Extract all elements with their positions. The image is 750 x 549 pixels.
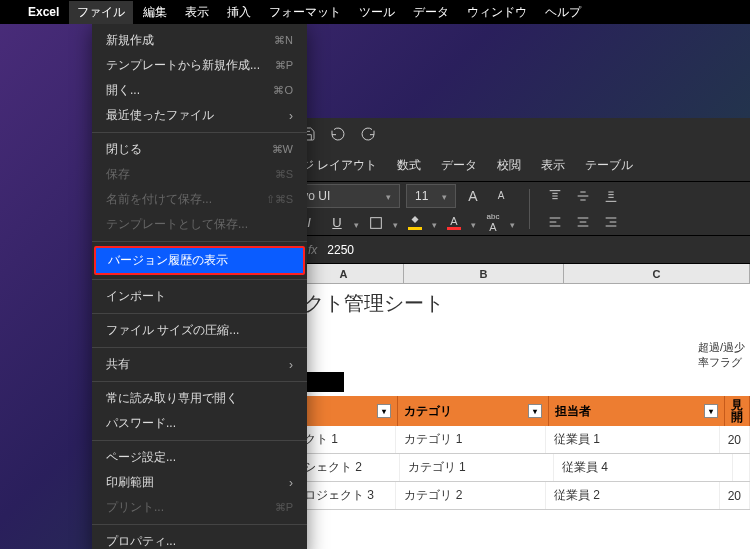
ribbon: Meiryo UI 11 B I U A abcA: [258, 182, 750, 236]
menu-item[interactable]: 最近使ったファイル›: [92, 103, 307, 128]
menu-window[interactable]: ウィンドウ: [467, 4, 527, 21]
align-middle-icon[interactable]: [572, 185, 594, 207]
sheet-body[interactable]: ェクト管理シート 超過/過少率フラグ 25% ▾ カテゴリ▾ 担当者▾ 見 開 …: [258, 284, 750, 549]
tab-table[interactable]: テーブル: [585, 151, 633, 180]
border-dropdown[interactable]: [393, 214, 398, 232]
th-category[interactable]: カテゴリ▾: [398, 396, 549, 426]
menu-item[interactable]: 共有›: [92, 352, 307, 377]
undo-icon[interactable]: [330, 126, 346, 142]
tab-review[interactable]: 校閲: [497, 151, 521, 180]
font-color-dropdown[interactable]: [471, 214, 476, 232]
menu-format[interactable]: フォーマット: [269, 4, 341, 21]
underline-button[interactable]: U: [326, 212, 348, 234]
underline-dropdown[interactable]: [354, 214, 359, 232]
app-name[interactable]: Excel: [28, 5, 59, 19]
fill-color-button[interactable]: [404, 212, 426, 234]
filter-icon[interactable]: ▾: [528, 404, 542, 418]
cell[interactable]: 20: [720, 482, 750, 509]
menu-data[interactable]: データ: [413, 4, 449, 21]
menu-insert[interactable]: 挿入: [227, 4, 251, 21]
menu-tools[interactable]: ツール: [359, 4, 395, 21]
menu-item: 保存⌘S: [92, 162, 307, 187]
cell[interactable]: 従業員 1: [546, 426, 720, 453]
table-row[interactable]: プロジェクト 3カテゴリ 2従業員 220: [284, 482, 750, 510]
formula-bar: ✕ ✓ fx 2250: [258, 236, 750, 264]
table-row[interactable]: ロシェクト 2カテゴリ 1従業員 4: [284, 454, 750, 482]
menu-item[interactable]: 開く...⌘O: [92, 78, 307, 103]
cell[interactable]: 従業員 4: [554, 454, 733, 481]
fill-color-dropdown[interactable]: [432, 214, 437, 232]
th-assignee[interactable]: 担当者▾: [549, 396, 725, 426]
border-button[interactable]: [365, 212, 387, 234]
menu-item[interactable]: バージョン履歴の表示: [94, 246, 305, 275]
fx-label[interactable]: fx: [308, 243, 317, 257]
menu-item[interactable]: プロパティ...: [92, 529, 307, 549]
table-row[interactable]: ェクト 1カテゴリ 1従業員 120: [284, 426, 750, 454]
spreadsheet: A B C ェクト管理シート 超過/過少率フラグ 25% ▾ カテゴリ▾ 担当者…: [258, 264, 750, 549]
increase-font-icon[interactable]: [462, 185, 484, 207]
menu-item[interactable]: 新規作成⌘N: [92, 28, 307, 53]
quick-access-toolbar: [258, 118, 750, 150]
col-header-c[interactable]: C: [564, 264, 750, 283]
menu-edit[interactable]: 編集: [143, 4, 167, 21]
menu-item[interactable]: ファイル サイズの圧縮...: [92, 318, 307, 343]
decrease-font-icon[interactable]: [490, 185, 512, 207]
align-top-icon[interactable]: [544, 185, 566, 207]
phonetic-button[interactable]: abcA: [482, 212, 504, 234]
menu-item: プリント...⌘P: [92, 495, 307, 520]
menu-item[interactable]: パスワード...: [92, 411, 307, 436]
menu-file[interactable]: ファイル: [69, 1, 133, 24]
macos-menubar: Excel ファイル 編集 表示 挿入 フォーマット ツール データ ウィンドウ…: [0, 0, 750, 24]
font-color-button[interactable]: A: [443, 212, 465, 234]
cell[interactable]: カテゴリ 2: [396, 482, 546, 509]
tab-data[interactable]: データ: [441, 151, 477, 180]
redo-icon[interactable]: [360, 126, 376, 142]
file-menu-dropdown: 新規作成⌘Nテンプレートから新規作成...⌘P開く...⌘O最近使ったファイル›…: [92, 24, 307, 549]
table-header-row: ▾ カテゴリ▾ 担当者▾ 見 開: [284, 396, 750, 426]
phonetic-dropdown[interactable]: [510, 214, 515, 232]
cell[interactable]: カテゴリ 1: [400, 454, 554, 481]
align-bottom-icon[interactable]: [600, 185, 622, 207]
font-size-selector[interactable]: 11: [406, 184, 456, 208]
menu-item[interactable]: テンプレートから新規作成...⌘P: [92, 53, 307, 78]
menu-item[interactable]: ページ設定...: [92, 445, 307, 470]
tab-formulas[interactable]: 数式: [397, 151, 421, 180]
align-right-icon[interactable]: [600, 211, 622, 233]
formula-value[interactable]: 2250: [327, 243, 354, 257]
filter-icon[interactable]: ▾: [377, 404, 391, 418]
tab-view[interactable]: 表示: [541, 151, 565, 180]
ribbon-tabs: ページ レイアウト 数式 データ 校閲 表示 テーブル: [258, 150, 750, 182]
cell[interactable]: 20: [720, 426, 750, 453]
menu-item: 名前を付けて保存...⇧⌘S: [92, 187, 307, 212]
sheet-title: ェクト管理シート: [284, 290, 444, 317]
menu-item: テンプレートとして保存...: [92, 212, 307, 237]
cell[interactable]: [733, 454, 750, 481]
cell[interactable]: 従業員 2: [546, 482, 720, 509]
menu-view[interactable]: 表示: [185, 4, 209, 21]
flag-label: 超過/過少率フラグ: [698, 340, 750, 370]
menu-item[interactable]: 印刷範囲›: [92, 470, 307, 495]
menu-help[interactable]: ヘルプ: [545, 4, 581, 21]
menu-item[interactable]: 常に読み取り専用で開く: [92, 386, 307, 411]
menu-item[interactable]: 閉じる⌘W: [92, 137, 307, 162]
excel-window: ページ レイアウト 数式 データ 校閲 表示 テーブル Meiryo UI 11…: [258, 118, 750, 549]
menu-item[interactable]: インポート: [92, 284, 307, 309]
align-left-icon[interactable]: [544, 211, 566, 233]
column-headers: A B C: [258, 264, 750, 284]
svg-rect-0: [371, 217, 382, 228]
col-header-b[interactable]: B: [404, 264, 564, 283]
cell[interactable]: カテゴリ 1: [396, 426, 546, 453]
th-estimate[interactable]: 見 開: [725, 396, 750, 426]
filter-icon[interactable]: ▾: [704, 404, 718, 418]
align-center-icon[interactable]: [572, 211, 594, 233]
